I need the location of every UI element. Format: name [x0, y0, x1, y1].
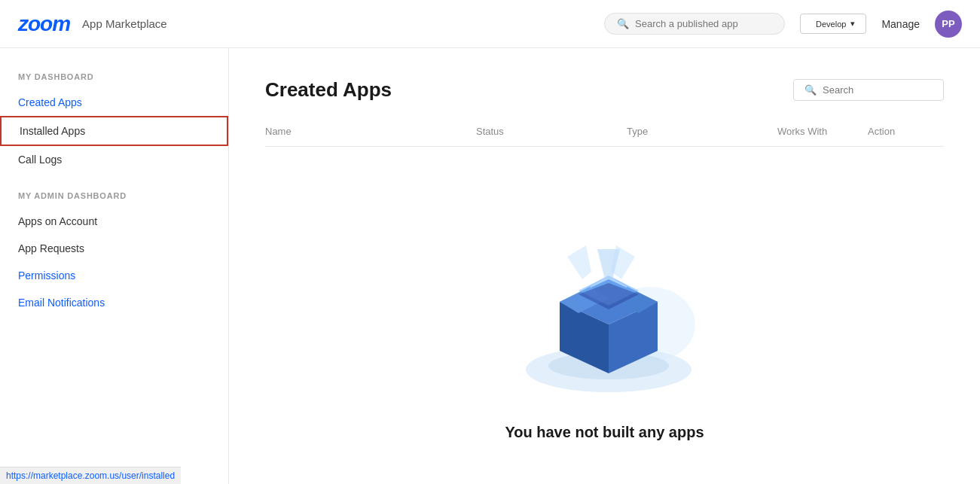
main-search-input[interactable]: [823, 84, 933, 96]
col-name: Name: [265, 126, 476, 137]
empty-state-text: You have not built any apps: [505, 424, 704, 441]
search-icon: 🔍: [804, 84, 817, 96]
main-search-box[interactable]: 🔍: [793, 79, 944, 101]
sidebar-item-apps-on-account[interactable]: Apps on Account: [0, 208, 228, 235]
my-dashboard-section: MY DASHBOARD Created Apps Installed Apps…: [0, 72, 228, 173]
sidebar: MY DASHBOARD Created Apps Installed Apps…: [0, 48, 229, 484]
empty-state: You have not built any apps: [265, 159, 944, 471]
installed-apps-wrapper: Installed Apps: [0, 116, 228, 146]
sidebar-item-email-notifications[interactable]: Email Notifications: [0, 289, 228, 316]
header-search-box[interactable]: 🔍: [604, 13, 785, 35]
search-input[interactable]: [635, 18, 772, 29]
sidebar-item-label: Call Logs: [18, 154, 62, 166]
sidebar-item-installed-apps[interactable]: Installed Apps: [2, 117, 227, 145]
sidebar-item-app-requests[interactable]: App Requests: [0, 235, 228, 262]
search-icon: 🔍: [617, 18, 629, 29]
header: zoom App Marketplace 🔍 Develop ▾ Manage …: [0, 0, 980, 48]
main-content: Created Apps 🔍 Name Status Type Works Wi…: [229, 48, 980, 484]
develop-button[interactable]: Develop ▾: [800, 14, 866, 34]
sidebar-item-created-apps[interactable]: Created Apps: [0, 89, 228, 116]
manage-link[interactable]: Manage: [881, 18, 920, 30]
sidebar-item-label: Email Notifications: [18, 297, 105, 309]
zoom-logo[interactable]: zoom: [18, 12, 70, 36]
sidebar-item-label: Installed Apps: [20, 125, 85, 137]
table-header: Name Status Type Works With Action: [265, 126, 944, 147]
sidebar-item-label: Apps on Account: [18, 215, 97, 227]
sidebar-item-permissions[interactable]: Permissions: [0, 262, 228, 289]
status-url: https://marketplace.zoom.us/user/install…: [6, 470, 175, 481]
status-bar: https://marketplace.zoom.us/user/install…: [0, 467, 181, 484]
chevron-down-icon: ▾: [850, 19, 855, 29]
develop-label: Develop: [816, 20, 846, 29]
app-marketplace-label: App Marketplace: [82, 17, 167, 30]
layout: MY DASHBOARD Created Apps Installed Apps…: [0, 48, 980, 484]
sidebar-item-label: Created Apps: [18, 96, 82, 108]
my-admin-dashboard-section: MY ADMIN DASHBOARD Apps on Account App R…: [0, 191, 228, 316]
col-status: Status: [476, 126, 627, 137]
empty-box-illustration: [499, 204, 710, 400]
sidebar-item-label: Permissions: [18, 269, 75, 282]
col-type: Type: [627, 126, 777, 137]
my-dashboard-label: MY DASHBOARD: [0, 72, 228, 81]
page-title: Created Apps: [265, 78, 392, 102]
avatar[interactable]: PP: [935, 11, 962, 38]
col-action: Action: [868, 126, 943, 137]
main-header: Created Apps 🔍: [265, 78, 944, 102]
sidebar-item-label: App Requests: [18, 242, 84, 254]
sidebar-item-call-logs[interactable]: Call Logs: [0, 146, 228, 173]
svg-marker-14: [567, 245, 591, 279]
my-admin-dashboard-label: MY ADMIN DASHBOARD: [0, 191, 228, 200]
col-works-with: Works With: [777, 126, 868, 137]
